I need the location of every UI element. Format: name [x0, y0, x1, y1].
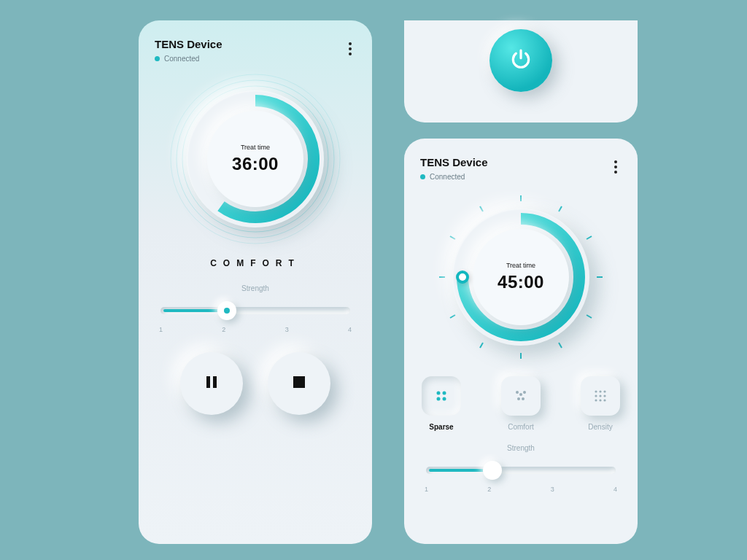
svg-point-32: [599, 394, 601, 397]
svg-point-36: [603, 399, 605, 401]
overflow-menu-button[interactable]: [610, 156, 622, 178]
treat-time-dial[interactable]: Treat time 36:00: [168, 71, 343, 246]
header: TENS Device Connected: [420, 156, 622, 181]
connection-status: Connected: [164, 55, 199, 63]
svg-rect-6: [293, 376, 305, 388]
strength-scale: 1 2 3 4: [425, 486, 617, 493]
svg-point-27: [522, 397, 525, 400]
mode-chip-label: Density: [588, 423, 612, 431]
mode-chip-label: Comfort: [508, 423, 534, 431]
mode-chip-label: Sparse: [429, 423, 453, 431]
svg-point-33: [603, 394, 605, 397]
treat-time-label: Treat time: [241, 144, 270, 151]
strength-slider[interactable]: [426, 462, 616, 478]
comfort-icon: [512, 387, 530, 405]
mode-chips: Sparse Comfort Density: [422, 376, 620, 431]
strength-label: Strength: [420, 444, 622, 452]
svg-point-31: [595, 394, 597, 397]
stop-button[interactable]: [268, 352, 330, 415]
strength-label: Strength: [155, 284, 356, 292]
strength-slider-thumb[interactable]: [483, 461, 502, 480]
power-icon: [509, 47, 533, 74]
svg-point-20: [443, 392, 446, 395]
strength-slider[interactable]: [160, 303, 350, 319]
pause-button[interactable]: [180, 352, 243, 415]
sparse-icon: [433, 387, 450, 405]
header: TENS Device Connected: [155, 38, 356, 63]
svg-point-23: [516, 391, 519, 394]
svg-point-30: [603, 390, 605, 392]
mode-chip-sparse[interactable]: [422, 376, 461, 416]
current-mode-label: COMFORT: [155, 258, 356, 268]
tens-setup-screen: TENS Device Connected Treat time 45:00 S…: [404, 139, 638, 544]
status-dot-icon: [420, 174, 425, 179]
svg-point-21: [437, 397, 441, 401]
svg-point-29: [599, 390, 601, 392]
strength-slider-thumb[interactable]: [217, 301, 236, 320]
status-dot-icon: [155, 56, 160, 61]
treat-time-value: 45:00: [498, 272, 544, 292]
mode-chip-density[interactable]: [581, 376, 620, 416]
svg-rect-5: [213, 376, 217, 388]
mode-chip-comfort[interactable]: [501, 376, 541, 416]
svg-point-35: [599, 399, 601, 401]
svg-point-25: [523, 391, 526, 394]
density-icon: [592, 387, 609, 405]
svg-point-24: [519, 393, 522, 396]
treat-time-label: Treat time: [506, 262, 535, 269]
pause-icon: [204, 374, 220, 393]
svg-rect-4: [206, 376, 210, 388]
svg-point-34: [595, 399, 597, 401]
treat-time-value: 36:00: [232, 154, 279, 174]
svg-point-22: [443, 397, 446, 401]
device-title: TENS Device: [420, 156, 488, 168]
tens-session-screen: TENS Device Connected Treat time 36:00 C…: [139, 20, 372, 544]
svg-point-26: [517, 397, 520, 400]
overflow-menu-button[interactable]: [344, 38, 356, 60]
dial-handle[interactable]: [456, 271, 469, 284]
connection-status: Connected: [430, 173, 465, 181]
svg-point-19: [437, 392, 441, 395]
power-button[interactable]: [489, 29, 552, 92]
power-card: [404, 20, 638, 122]
strength-scale: 1 2 3 4: [159, 326, 352, 333]
svg-point-28: [595, 390, 597, 392]
device-title: TENS Device: [155, 38, 222, 50]
treat-time-dial[interactable]: Treat time 45:00: [433, 190, 608, 365]
stop-icon: [292, 375, 306, 392]
